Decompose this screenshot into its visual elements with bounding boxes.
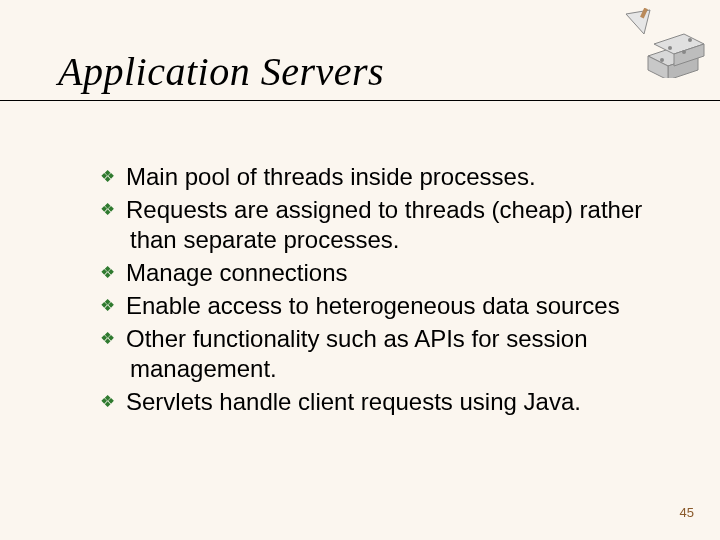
list-item: ❖Manage connections: [100, 258, 660, 289]
list-item: ❖Requests are assigned to threads (cheap…: [100, 195, 660, 256]
diamond-bullet-icon: ❖: [100, 296, 115, 315]
list-item-text: Main pool of threads inside processes.: [126, 163, 536, 190]
list-item: ❖Enable access to heterogeneous data sou…: [100, 291, 660, 322]
list-item: ❖Servlets handle client requests using J…: [100, 387, 660, 418]
svg-point-6: [682, 50, 686, 54]
svg-point-7: [688, 38, 692, 42]
diamond-bullet-icon: ❖: [100, 263, 115, 282]
bricks-trowel-icon: [620, 8, 708, 78]
list-item-text: Other functionality such as APIs for ses…: [126, 325, 588, 383]
list-item-text: Requests are assigned to threads (cheap)…: [126, 196, 642, 254]
svg-marker-9: [626, 10, 650, 34]
list-item: ❖Other functionality such as APIs for se…: [100, 324, 660, 385]
bullet-list: ❖Main pool of threads inside processes. …: [60, 162, 660, 420]
list-item-text: Manage connections: [126, 259, 347, 286]
svg-point-8: [668, 46, 672, 50]
page-number: 45: [680, 505, 694, 520]
diamond-bullet-icon: ❖: [100, 392, 115, 411]
diamond-bullet-icon: ❖: [100, 200, 115, 219]
slide-title: Application Servers: [58, 48, 384, 95]
diamond-bullet-icon: ❖: [100, 329, 115, 348]
list-item-text: Servlets handle client requests using Ja…: [126, 388, 581, 415]
title-underline: [0, 100, 720, 101]
list-item: ❖Main pool of threads inside processes.: [100, 162, 660, 193]
diamond-bullet-icon: ❖: [100, 167, 115, 186]
svg-point-5: [660, 58, 664, 62]
list-item-text: Enable access to heterogeneous data sour…: [126, 292, 620, 319]
